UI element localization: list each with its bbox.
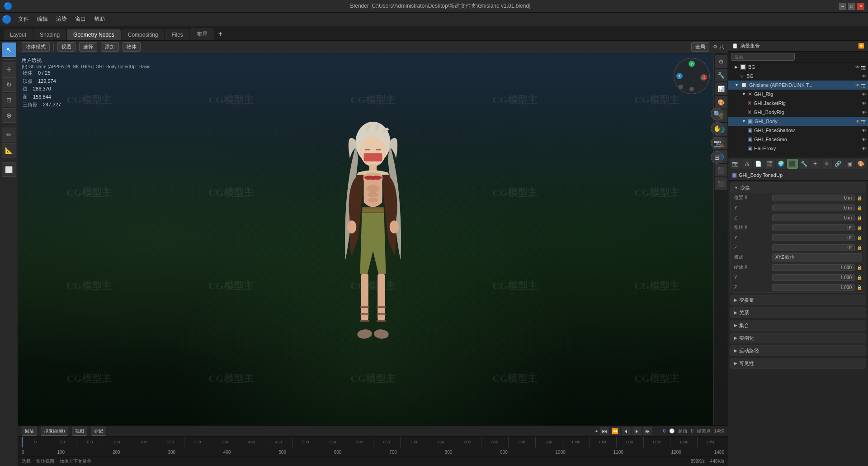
prop-rot-z-value[interactable]: 0° [772,244,855,251]
vs-btn-4[interactable]: 🎨 [715,96,727,109]
prop-scale-z-value[interactable]: 1.000 [772,284,855,291]
ghislane-render[interactable]: 📷 [861,83,866,88]
outliner-item-body-rig[interactable]: ✕ GHI_BodyRig 👁 [728,108,868,117]
tl-interpolate-btn[interactable]: 拟像(插帧) [41,427,68,436]
outliner-item-jacket-rig[interactable]: ✕ GHI.JacketRig 👁 [728,99,868,108]
tool-add-primitive[interactable]: ⬜ [2,162,16,177]
outliner-item-ghislane-collection[interactable]: ▼ 🔲 Ghislane (APPEND/LINK T... 👁 📷 [728,81,868,90]
vs-btn-3[interactable]: 📊 [715,82,727,95]
axis-y-button[interactable]: Y [689,61,695,67]
outliner-item-hair-proxy[interactable]: ▣ HairProxy 👁 [728,144,868,153]
menu-file[interactable]: 文件 [14,14,33,25]
menu-edit[interactable]: 编辑 [33,14,52,25]
transport-play[interactable]: ⏵ [632,427,642,435]
tl-playback-btn[interactable]: 回放 [22,427,37,436]
face-smo-visibility[interactable]: 👁 [862,137,866,142]
prop-physics-icon[interactable]: ⚛ [821,159,832,169]
render-icon[interactable]: 📷 [861,65,866,70]
prop-constraints-icon[interactable]: 🔗 [833,159,843,169]
outliner-item-face-smo[interactable]: ▣ GHI_FaceSmo 👁 [728,135,868,144]
outliner-search-input[interactable] [731,53,795,61]
prop-scale-y-value[interactable]: 1.000 [772,274,855,281]
tab-layout2[interactable]: 布局 [190,28,214,40]
viewport-add-menu[interactable]: 添加 [101,42,119,52]
prop-view-layer-icon[interactable]: 📄 [753,159,764,169]
prop-rot-y-value[interactable]: 0° [772,234,855,241]
viewport-shading-icon[interactable]: 八 [719,43,724,50]
menu-render[interactable]: 渲染 [52,14,71,25]
prop-rot-x-lock[interactable]: 🔒 [857,225,862,230]
motion-path-header[interactable]: ▶ 运动路径 [731,346,866,356]
prop-object-icon[interactable]: ⬛ [787,159,797,169]
prop-particles-icon[interactable]: ✦ [810,159,821,169]
visibility-header[interactable]: ▶ 可见性 [731,358,866,368]
outliner-item-bg-object[interactable]: ▽ BG 👁 [728,71,868,81]
axis-xneg-button[interactable] [679,85,683,89]
transform-delta-header[interactable]: ▶ 变换量 [731,295,866,305]
viewport-view-menu[interactable]: 视图 [57,42,75,52]
tool-cursor[interactable]: ↖ [2,43,16,57]
viewport-mode-button[interactable]: 物体模式 [22,42,50,52]
tl-marker-btn[interactable]: 标记 [91,427,106,436]
camera-button[interactable]: 📷 [711,137,723,149]
instancing-header[interactable]: ▶ 实例化 [731,333,866,343]
tab-layout[interactable]: Layout [4,29,33,40]
menu-window[interactable]: 窗口 [71,14,90,25]
prop-rot-y-lock[interactable]: 🔒 [857,235,862,240]
grid-button[interactable]: ⊞ [711,151,723,164]
prop-rot-x-value[interactable]: 0° [772,224,855,231]
outliner-item-bg-collection[interactable]: ▶ 🔲 BG 👁 📷 [728,62,868,71]
vs-btn-10[interactable]: ⬛ [715,177,727,190]
body-rig-visibility[interactable]: 👁 [862,110,866,115]
tool-scale[interactable]: ⊡ [2,93,16,107]
axis-yneg-button[interactable] [689,87,694,91]
outliner-filter-icon[interactable]: 🔽 [858,43,864,49]
face-shadow-visibility[interactable]: 👁 [862,128,866,133]
transport-jump-start[interactable]: ⏮ [600,427,609,435]
prop-material-icon[interactable]: 🎨 [856,159,866,169]
prop-pos-y-value[interactable]: 0 m [772,204,855,211]
tab-shading[interactable]: Shading [33,29,66,40]
zoom-in-button[interactable]: 🔍 [711,108,723,120]
axis-zneg-button[interactable] [700,76,705,80]
prop-modifier-icon[interactable]: 🔧 [799,159,809,169]
tool-move[interactable]: ✛ [2,62,16,76]
vs-btn-9[interactable]: ⬛ [715,164,727,176]
prop-pos-x-lock[interactable]: 🔒 [857,195,862,200]
tool-measure[interactable]: 📐 [2,143,16,157]
tool-rotate[interactable]: ↻ [2,77,16,92]
transport-prev-frame[interactable]: ⏴ [622,427,631,435]
collections-header[interactable]: ▶ 集合 [731,320,866,330]
prop-pos-z-value[interactable]: 0 m [772,214,855,221]
viewport-object-menu[interactable]: 物体 [123,42,141,52]
prop-rot-z-lock[interactable]: 🔒 [857,245,862,250]
transport-prev-key[interactable]: ⏪ [611,427,620,435]
ghi-body-render[interactable]: 📷 [861,119,866,124]
timeline-ruler[interactable]: 0 50 100 150 200 250 300 350 400 450 500… [18,437,728,447]
prop-data-icon[interactable]: ▣ [844,159,855,169]
ghislane-visibility[interactable]: 👁 [855,83,860,88]
transport-jump-end[interactable]: ⏭ [643,427,652,435]
prop-scale-x-value[interactable]: 1.000 [772,264,855,271]
prop-pos-x-value[interactable]: 0 m [772,195,855,201]
jacket-rig-visibility[interactable]: 👁 [862,101,866,106]
viewport-canvas[interactable]: CG模型主 CG模型主 CG模型主 CG模型主 CG模型主 CG模型主 CG模型… [18,53,728,425]
visibility-icon[interactable]: 👁 [855,65,860,70]
axis-gizmo[interactable]: X Y Z [674,58,710,94]
transform-section-header[interactable]: ▼ 变换 [731,183,866,193]
prop-rot-mode-select[interactable]: XYZ 欧拉 [772,253,862,262]
tab-compositing[interactable]: Compositing [122,29,165,40]
tool-transform[interactable]: ⊕ [2,108,16,123]
prop-pos-y-lock[interactable]: 🔒 [857,205,862,210]
outliner-item-ghi-body[interactable]: ▼ ▣ GHI_Body 👁 📷 [728,117,868,126]
close-button[interactable]: ✕ [857,3,864,10]
tab-geometry-nodes[interactable]: Geometry Nodes [67,29,121,40]
prop-pos-z-lock[interactable]: 🔒 [857,215,862,220]
tool-annotate[interactable]: ✏ [2,128,16,142]
maximize-button[interactable]: □ [848,3,855,10]
prop-output-icon[interactable]: 🖨 [741,159,752,169]
prop-scale-y-lock[interactable]: 🔒 [857,275,862,280]
bg-visibility-icon[interactable]: 👁 [862,74,866,79]
viewport-options-icon[interactable]: ⚙ [713,44,717,50]
hair-proxy-visibility[interactable]: 👁 [862,146,866,151]
